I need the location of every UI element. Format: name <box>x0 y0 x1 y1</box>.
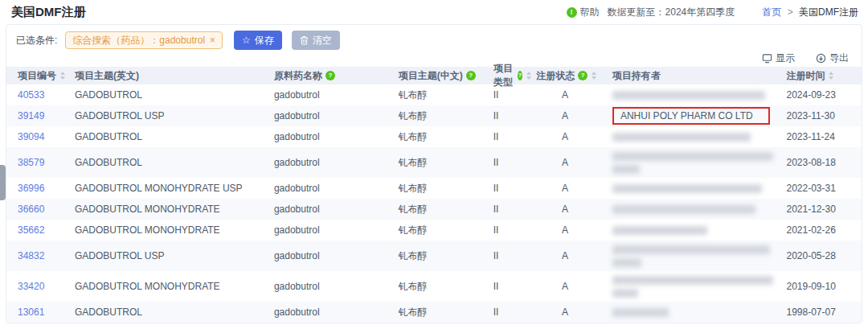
reg-date-cell: 2021-02-26 <box>786 224 862 236</box>
display-toggle[interactable]: 显示 <box>762 51 795 65</box>
project-type-cell: II <box>487 224 536 236</box>
clear-button[interactable]: 清空 <box>292 31 340 50</box>
filter-tag-close-icon[interactable]: × <box>210 35 215 46</box>
reg-status-cell: A <box>536 204 612 215</box>
breadcrumb-home-link[interactable]: 首页 <box>762 6 781 18</box>
project-id-link[interactable]: 35662 <box>18 224 44 236</box>
subject-cn-cell: 钆布醇 <box>398 249 486 263</box>
page-title: 美国DMF注册 <box>11 5 86 20</box>
trash-icon <box>300 35 309 45</box>
subject-cn-cell: 钆布醇 <box>398 224 486 237</box>
subject-en-cell: GADOBUTROL MONOHYDRATE <box>75 224 274 236</box>
dmf-table: 项目编号 项目主题(英文) 原料药名称 ? 项目主题(中文) ? 项目类型 ? … <box>6 67 862 323</box>
redacted-holder-text <box>612 245 770 254</box>
reg-status-cell: A <box>536 250 612 261</box>
column-header-project-type[interactable]: 项目类型 ? <box>487 62 536 89</box>
save-button[interactable]: ☆ 保存 <box>234 31 282 50</box>
project-type-cell: II <box>487 204 536 215</box>
sort-icon[interactable] <box>829 72 833 80</box>
reg-date-cell: 2024-09-23 <box>786 89 862 101</box>
table-row[interactable]: 39094 GADOBUTROL gadobutrol 钆布醇 II A 202… <box>6 126 862 147</box>
table-body: 40533 GADOBUTROL gadobutrol 钆布醇 II A 202… <box>6 84 862 323</box>
project-id-link[interactable]: 39094 <box>18 131 44 142</box>
subject-cn-cell: 钆布醇 <box>398 182 486 195</box>
subject-cn-cell: 钆布醇 <box>398 109 486 123</box>
column-header-reg-status[interactable]: 注册状态 ? <box>536 69 612 83</box>
export-icon <box>816 53 826 64</box>
api-name-cell: gadobutrol <box>274 204 399 215</box>
redacted-holder-text <box>612 165 640 174</box>
clear-button-label: 清空 <box>313 34 332 47</box>
monitor-icon <box>762 53 772 64</box>
project-id-link[interactable]: 13061 <box>18 306 44 318</box>
data-updated-label: 数据更新至：2024年第四季度 <box>608 6 735 19</box>
question-circle-icon[interactable]: ? <box>518 71 522 80</box>
sort-icon[interactable] <box>60 72 65 80</box>
reg-date-cell: 2021-12-30 <box>786 204 862 215</box>
holder-cell <box>612 306 787 319</box>
table-row[interactable]: 40533 GADOBUTROL gadobutrol 钆布醇 II A 202… <box>6 84 862 105</box>
help-label: 帮助 <box>580 6 600 19</box>
reg-status-cell: A <box>536 110 612 121</box>
side-drawer-handle[interactable] <box>0 165 6 200</box>
project-id-link[interactable]: 40533 <box>18 89 44 101</box>
display-label: 显示 <box>776 51 795 65</box>
question-circle-icon[interactable]: ? <box>326 71 335 80</box>
breadcrumb: 首页 > 美国DMF注册 <box>762 6 858 19</box>
table-row[interactable]: 38579 GADOBUTROL gadobutrol 钆布醇 II A 202… <box>6 147 862 178</box>
api-name-cell: gadobutrol <box>274 183 399 194</box>
reg-status-cell: A <box>536 224 612 236</box>
filter-bar: 已选条件: 综合搜索（药品）：gadobutrol × ☆ 保存 清空 <box>6 25 862 51</box>
holder-cell <box>612 243 787 269</box>
project-type-cell: II <box>487 281 536 292</box>
table-row[interactable]: 39149 GADOBUTROL USP gadobutrol 钆布醇 II A… <box>6 105 862 126</box>
reg-date-cell: 2023-11-30 <box>786 110 862 121</box>
reg-date-cell: 2019-09-10 <box>786 281 862 292</box>
sort-icon[interactable] <box>592 72 596 80</box>
column-header-reg-date[interactable]: 注册时间 <box>786 69 862 83</box>
reg-status-cell: A <box>536 89 612 101</box>
reg-status-cell: A <box>536 183 612 194</box>
project-id-link[interactable]: 36996 <box>18 183 44 194</box>
question-circle-icon[interactable]: ? <box>466 71 476 80</box>
table-row[interactable]: 34832 GADOBUTROL USP gadobutrol 钆布醇 II A… <box>6 241 862 271</box>
subject-cn-cell: 钆布醇 <box>398 130 486 144</box>
subject-cn-cell: 钆布醇 <box>398 88 486 102</box>
column-header-project-id[interactable]: 项目编号 <box>18 69 75 83</box>
holder-cell: ANHUI POLY PHARM CO LTD <box>612 107 787 125</box>
subject-cn-cell: 钆布醇 <box>398 306 486 319</box>
subject-en-cell: GADOBUTROL USP <box>75 110 274 121</box>
project-id-link[interactable]: 36660 <box>18 204 44 215</box>
project-type-cell: II <box>487 183 536 194</box>
column-header-subject-cn: 项目主题(中文) ? <box>399 69 487 83</box>
subject-en-cell: GADOBUTROL MONOHYDRATE USP <box>75 183 274 194</box>
table-row[interactable]: 33420 GADOBUTROL MONOHYDRATE gadobutrol … <box>6 271 862 302</box>
project-id-link[interactable]: 39149 <box>18 110 44 121</box>
reg-status-cell: A <box>536 131 612 142</box>
project-type-cell: II <box>487 110 536 121</box>
holder-cell <box>612 274 787 299</box>
export-label: 导出 <box>829 51 849 65</box>
holder-cell <box>612 224 787 237</box>
holder-cell <box>612 130 787 143</box>
table-header-row: 项目编号 项目主题(英文) 原料药名称 ? 项目主题(中文) ? 项目类型 ? … <box>6 67 862 84</box>
table-row[interactable]: 36996 GADOBUTROL MONOHYDRATE USP gadobut… <box>6 178 862 199</box>
subject-cn-cell: 钆布醇 <box>398 280 486 294</box>
question-circle-icon[interactable]: ? <box>578 71 588 80</box>
table-row[interactable]: 13061 GADOBUTROL gadobutrol 钆布醇 II A 199… <box>6 302 862 323</box>
project-id-link[interactable]: 38579 <box>18 157 44 168</box>
table-row[interactable]: 35662 GADOBUTROL MONOHYDRATE gadobutrol … <box>6 220 862 241</box>
project-id-link[interactable]: 34832 <box>18 250 44 261</box>
subject-en-cell: GADOBUTROL MONOHYDRATE <box>75 204 274 215</box>
table-toolbar: 显示 导出 <box>6 51 862 67</box>
project-id-link[interactable]: 33420 <box>18 281 44 292</box>
api-name-cell: gadobutrol <box>274 250 399 261</box>
table-row[interactable]: 36660 GADOBUTROL MONOHYDRATE gadobutrol … <box>6 199 862 220</box>
reg-date-cell: 1998-07-07 <box>786 306 862 318</box>
breadcrumb-current: 美国DMF注册 <box>799 6 858 18</box>
sort-icon[interactable] <box>526 72 531 80</box>
holder-cell <box>612 203 787 216</box>
filter-tag: 综合搜索（药品）：gadobutrol × <box>65 31 223 49</box>
help-link[interactable]: ! 帮助 <box>567 6 600 19</box>
export-button[interactable]: 导出 <box>816 51 849 65</box>
